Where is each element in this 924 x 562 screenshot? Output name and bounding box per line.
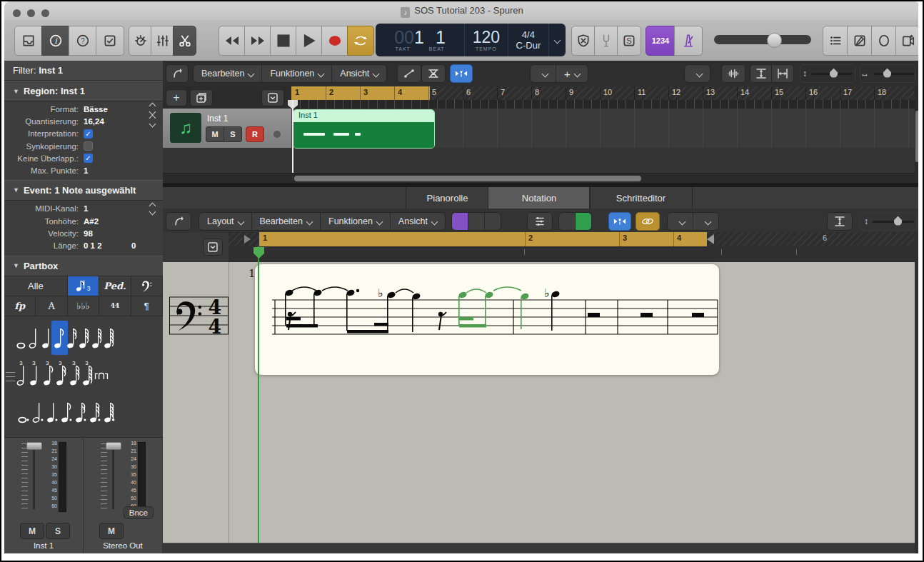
- partbox-tab-4/4[interactable]: 44: [99, 296, 131, 316]
- score-settings-button[interactable]: [527, 212, 553, 231]
- checkbox-unchecked[interactable]: [84, 141, 93, 151]
- panel-resize-handle[interactable]: ———: [6, 370, 16, 383]
- value-stepper[interactable]: [150, 104, 155, 114]
- editor-back-button[interactable]: [166, 212, 191, 231]
- parameter-row[interactable]: Quantisierung:16,24: [4, 115, 163, 127]
- rewind-button[interactable]: [219, 26, 246, 56]
- partbox-note-0-7[interactable]: [101, 321, 118, 355]
- checkbox-checked[interactable]: ✓: [84, 129, 93, 139]
- duplicate-track-button[interactable]: [190, 89, 213, 106]
- forward-button[interactable]: [244, 26, 271, 56]
- flex-button[interactable]: [421, 64, 446, 83]
- waveform-zoom-button[interactable]: [721, 64, 745, 83]
- parameter-row[interactable]: Länge:0 1 20: [4, 240, 163, 252]
- pointer-tool-menu[interactable]: [531, 65, 556, 82]
- value-stepper[interactable]: [150, 204, 155, 214]
- parameter-value[interactable]: A#2: [84, 217, 99, 226]
- midi-out-button[interactable]: [576, 213, 591, 230]
- cycle-button[interactable]: [347, 26, 374, 56]
- strip-mute-button[interactable]: M: [99, 523, 124, 539]
- menu-funktionen[interactable]: Funktionen: [262, 65, 332, 82]
- partbox-tab-A[interactable]: A: [36, 296, 67, 316]
- quick-help-button[interactable]: ?: [69, 26, 97, 56]
- view-mode-page-button[interactable]: [485, 213, 501, 230]
- strip-solo-button[interactable]: S: [46, 523, 70, 539]
- track-header-inst1[interactable]: ♫ Inst 1 M S R: [163, 109, 291, 148]
- parameter-row[interactable]: Keine Überlapp.:✓: [4, 152, 163, 164]
- add-track-button[interactable]: +: [166, 89, 187, 106]
- mixer-button[interactable]: [151, 26, 174, 56]
- tracks-back-button[interactable]: [166, 64, 189, 83]
- midi-region-inst1[interactable]: Inst 1: [293, 109, 435, 149]
- editor-vertical-auto-zoom-button[interactable]: [827, 212, 853, 231]
- media-browser-button[interactable]: [895, 26, 921, 56]
- song-end-marker[interactable]: [707, 234, 714, 244]
- parameter-row[interactable]: MIDI-Kanal:1: [4, 203, 163, 215]
- menu-ansicht[interactable]: Ansicht: [332, 65, 386, 82]
- record-button[interactable]: [321, 26, 348, 56]
- parameter-value-2[interactable]: 0: [131, 241, 136, 250]
- filter-row[interactable]: Filter: Inst 1: [4, 61, 163, 81]
- channel-strip-0[interactable]: 182124303540455060MSInst 1: [4, 438, 84, 554]
- track-solo-button[interactable]: S: [224, 126, 242, 142]
- zoom-slider-thumb[interactable]: [883, 69, 891, 78]
- solo-mode-button[interactable]: S: [617, 26, 641, 56]
- parameter-value[interactable]: 1: [84, 166, 88, 175]
- parameter-value[interactable]: 16,24: [84, 117, 104, 126]
- bounce-button[interactable]: Bnce: [124, 506, 154, 519]
- track-input-monitor-dot[interactable]: [273, 131, 281, 138]
- region-section-header[interactable]: ▼ Region: Inst 1: [4, 81, 163, 101]
- menu-funktionen[interactable]: Funktionen: [321, 213, 391, 230]
- ruler-start-marker[interactable]: [244, 235, 251, 244]
- editor-catch-button[interactable]: [608, 212, 631, 231]
- bar-ruler[interactable]: 123456789101112131415161718: [291, 86, 915, 100]
- strip-mute-button[interactable]: M: [20, 523, 44, 539]
- inspector-toggle-button[interactable]: i: [41, 26, 70, 56]
- view-mode-wrapped-button[interactable]: [468, 213, 485, 230]
- toolbar-toggle-button[interactable]: [96, 26, 124, 56]
- fader-cap[interactable]: [106, 442, 121, 450]
- track-name[interactable]: Inst 1: [207, 114, 228, 124]
- horizontal-zoom-slider[interactable]: ↔: [860, 64, 915, 83]
- partbox-note-1-6[interactable]: [93, 358, 109, 392]
- parameter-value[interactable]: Bässe: [84, 105, 108, 114]
- partbox-tab-fp[interactable]: fp: [4, 296, 36, 316]
- partbox-tab-Ped.[interactable]: Ped.: [99, 276, 131, 296]
- local-inspector-button[interactable]: [203, 239, 223, 256]
- view-mode-linear-button[interactable]: [452, 213, 468, 230]
- volume-thumb[interactable]: [767, 33, 782, 48]
- cycle-region-band[interactable]: [259, 232, 707, 246]
- checkbox-checked[interactable]: ✓: [84, 154, 93, 163]
- track-record-enable-button[interactable]: R: [246, 126, 264, 142]
- tab-pianorolle[interactable]: Pianorolle: [406, 187, 489, 209]
- parameter-value[interactable]: 98: [84, 229, 93, 238]
- cycle-region-band[interactable]: [291, 86, 430, 100]
- automation-button[interactable]: [397, 64, 421, 83]
- pencil-tool-menu[interactable]: [693, 213, 718, 230]
- partbox-note-2-6[interactable]: [101, 395, 117, 429]
- midi-in-button[interactable]: [559, 213, 576, 230]
- lcd-menu-chevron[interactable]: [549, 24, 566, 56]
- parameter-row[interactable]: Interpretation:✓: [4, 128, 163, 140]
- parameter-value[interactable]: 0 1 2: [84, 241, 102, 250]
- editor-bar-ruler[interactable]: 12346: [229, 232, 915, 246]
- partbox-tab-♭♭♭[interactable]: ♭♭♭: [68, 296, 99, 316]
- vertical-auto-zoom-button[interactable]: [750, 64, 773, 83]
- notes-button[interactable]: [847, 26, 873, 56]
- score-notation[interactable]: ♭♭: [255, 264, 719, 375]
- channel-strip-1[interactable]: 182124303540455060BnceMStereo Out: [84, 438, 163, 554]
- partbox-tab-bassclef[interactable]: [131, 276, 163, 296]
- ruler-tick-row[interactable]: [291, 100, 915, 109]
- event-section-header[interactable]: ▼ Event: 1 Note ausgewählt: [4, 180, 163, 201]
- metronome-button[interactable]: [674, 26, 703, 56]
- tab-notation[interactable]: Notation: [488, 187, 591, 209]
- editor-zoom-slider[interactable]: ↕: [860, 212, 918, 231]
- pointer-tool-menu[interactable]: [668, 213, 693, 230]
- parameter-value[interactable]: 1: [84, 204, 88, 213]
- lcd-display[interactable]: 001 1 TAKT BEAT 120 TEMPO 4/4 C-Dur: [376, 24, 566, 56]
- tab-schritteditor[interactable]: Schritteditor: [589, 187, 693, 209]
- tracks-hscroll-area[interactable]: [163, 173, 915, 184]
- partbox-section-header[interactable]: ▼ Partbox: [4, 256, 163, 276]
- menu-bearbeiten[interactable]: Bearbeiten: [252, 213, 321, 230]
- zoom-slider-thumb[interactable]: [830, 69, 838, 78]
